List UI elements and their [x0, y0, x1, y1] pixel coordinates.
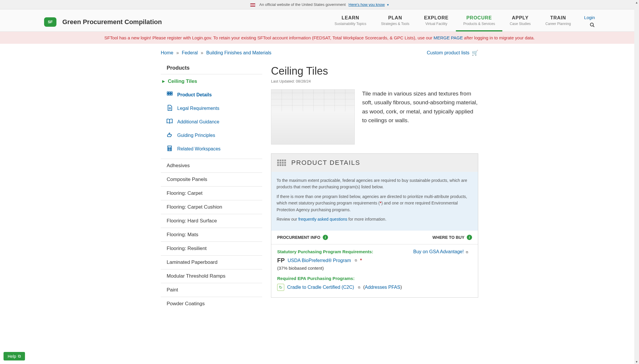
product-description: Tile made in various sizes and textures …	[362, 89, 478, 145]
book-icon	[166, 118, 173, 126]
sidebar-item[interactable]: Powder Coatings	[161, 297, 262, 311]
breadcrumb-category[interactable]: Building Finishes and Materials	[206, 50, 271, 56]
sidebar-item[interactable]: Adhesives	[161, 159, 262, 172]
svg-rect-3	[169, 92, 170, 93]
statutory-heading: Statutory Purchasing Program Requirement…	[277, 249, 413, 254]
alert-pre: SFTool has a new login! Please register …	[104, 35, 434, 40]
sidebar-item-active[interactable]: Ceiling Tiles	[161, 74, 262, 88]
subnav-additional-guidance[interactable]: Additional Guidance	[161, 115, 262, 129]
grid-icon	[166, 91, 173, 99]
cart-icon: 🛒	[472, 50, 478, 56]
program-row-c2c: ↻ Cradle to Cradle Certified (C2C) ⧉ (Ad…	[277, 284, 413, 291]
svg-rect-6	[169, 94, 170, 95]
sidebar-item[interactable]: Paint	[161, 283, 262, 297]
breadcrumb-sep: »	[201, 50, 203, 56]
main: Ceiling Tiles Last Updated: 08/28/24 Til…	[271, 65, 478, 311]
c2c-badge-icon: ↻	[277, 284, 284, 291]
building-icon	[166, 145, 173, 153]
alert-bar: SFTool has a new login! Please register …	[0, 32, 639, 44]
logo-area: SF Green Procurement Compilation	[44, 17, 162, 27]
logo-icon[interactable]: SF	[44, 17, 56, 27]
sidebar-item[interactable]: Flooring: Carpet	[161, 186, 262, 200]
site-title[interactable]: Green Procurement Compilation	[62, 18, 162, 26]
c2c-link[interactable]: Cradle to Cradle Certified (C2C)	[287, 285, 354, 290]
hero-row: Tile made in various sizes and textures …	[271, 89, 478, 145]
login-link[interactable]: Login	[584, 15, 595, 20]
document-icon	[166, 105, 173, 112]
alert-merge-link[interactable]: MERGE PAGE	[434, 35, 463, 40]
scroll-up-icon[interactable]: ▲	[634, 0, 639, 5]
breadcrumb-sep: »	[176, 50, 179, 56]
sidebar: Products Ceiling Tiles Product Details L…	[161, 65, 262, 311]
info-blurb: To the maximum extent practicable, feder…	[271, 172, 478, 231]
sidebar-item[interactable]: Modular Threshold Ramps	[161, 269, 262, 283]
page-title: Ceiling Tiles	[271, 65, 478, 77]
subnav-legal-requirements[interactable]: Legal Requirements	[161, 102, 262, 115]
biopreferred-link[interactable]: USDA BioPreferred® Program	[288, 258, 351, 263]
nav-procure[interactable]: PROCURE Products & Services	[456, 12, 502, 31]
product-image	[271, 89, 355, 145]
blurb-3: Review our frequently asked questions fo…	[277, 216, 473, 222]
svg-rect-5	[167, 94, 169, 95]
faq-link[interactable]: frequently asked questions	[298, 217, 347, 222]
content: Home » Federal » Building Finishes and M…	[158, 50, 481, 311]
detail-column-headers: PROCUREMENT INFO i WHERE TO BUY i	[271, 231, 478, 244]
us-flag-icon	[250, 3, 255, 7]
nav-explore[interactable]: EXPLORE Virtual Facility	[417, 12, 456, 31]
breadcrumb-home[interactable]: Home	[161, 50, 173, 56]
sidebar-subnav: Product Details Legal Requirements Addit…	[161, 88, 262, 156]
col-where-to-buy: WHERE TO BUY i	[432, 235, 472, 240]
col-procurement-info: PROCUREMENT INFO i	[277, 235, 328, 240]
external-link-icon: ⧉	[466, 250, 468, 254]
epa-heading: Required EPA Purchasing Programs:	[277, 276, 413, 281]
nav-train[interactable]: TRAIN Career Planning	[538, 12, 578, 31]
scrollbar[interactable]: ▲ ▼	[634, 0, 639, 316]
fp-badge-icon: FP	[277, 257, 285, 264]
search-icon	[590, 22, 595, 28]
gov-banner-link[interactable]: Here's how you know	[349, 2, 385, 7]
pfas-link[interactable]: Addresses PFAS	[365, 285, 400, 290]
sidebar-heading: Products	[161, 65, 262, 74]
buy-gsa-link[interactable]: Buy on GSA Advantage! ⧉	[413, 249, 468, 254]
subnav-related-workspaces[interactable]: Related Workspaces	[161, 142, 262, 156]
detail-body: Statutory Purchasing Program Requirement…	[271, 244, 478, 297]
detail-title: PRODUCT DETAILS	[291, 159, 360, 167]
last-updated: Last Updated: 08/28/24	[271, 79, 478, 83]
sidebar-item[interactable]: Laminated Paperboard	[161, 255, 262, 269]
nav-apply[interactable]: APPLY Case Studies	[502, 12, 538, 31]
subnav-guiding-principles[interactable]: Guiding Principles	[161, 129, 262, 142]
nav-learn[interactable]: LEARN Sustainability Topics	[327, 12, 374, 31]
sidebar-item[interactable]: Flooring: Resilient	[161, 241, 262, 255]
custom-product-lists-link[interactable]: Custom product lists 🛒	[427, 50, 478, 56]
blurb-2: If there is more than one program listed…	[277, 193, 473, 213]
biobased-content: (37% biobased content)	[277, 266, 413, 271]
sidebar-item[interactable]: Flooring: Hard Surface	[161, 214, 262, 228]
sidebar-list: Ceiling Tiles Product Details Legal Requ…	[161, 74, 262, 311]
sidebar-item[interactable]: Flooring: Carpet Cushion	[161, 200, 262, 214]
product-details-box: PRODUCT DETAILS To the maximum extent pr…	[271, 153, 478, 298]
detail-left: Statutory Purchasing Program Requirement…	[277, 249, 413, 293]
svg-rect-7	[171, 94, 173, 95]
chevron-down-icon: ▾	[387, 3, 389, 6]
info-icon[interactable]: i	[323, 235, 328, 240]
detail-right: Buy on GSA Advantage! ⧉	[413, 249, 472, 293]
nav-plan[interactable]: PLAN Strategies & Tools	[374, 12, 417, 31]
header: SF Green Procurement Compilation LEARN S…	[0, 9, 639, 32]
breadcrumb-federal[interactable]: Federal	[182, 50, 198, 56]
required-star-icon: *	[360, 258, 362, 263]
gov-banner-text: An official website of the United States…	[259, 2, 346, 7]
sidebar-item[interactable]: Composite Panels	[161, 172, 262, 186]
svg-rect-2	[167, 92, 169, 93]
subnav-product-details[interactable]: Product Details	[161, 88, 262, 102]
alert-post: after logging in to migrate your data.	[463, 35, 535, 40]
search-button[interactable]	[590, 22, 595, 29]
blurb-1: To the maximum extent practicable, feder…	[277, 177, 473, 190]
info-icon[interactable]: i	[467, 235, 472, 240]
sidebar-item[interactable]: Flooring: Mats	[161, 228, 262, 241]
layout: Products Ceiling Tiles Product Details L…	[161, 65, 478, 311]
grid-icon	[277, 160, 286, 166]
external-link-icon: ⧉	[355, 259, 357, 262]
gov-banner: An official website of the United States…	[0, 0, 639, 9]
breadcrumbs: Home » Federal » Building Finishes and M…	[161, 50, 478, 56]
svg-point-0	[590, 23, 593, 26]
